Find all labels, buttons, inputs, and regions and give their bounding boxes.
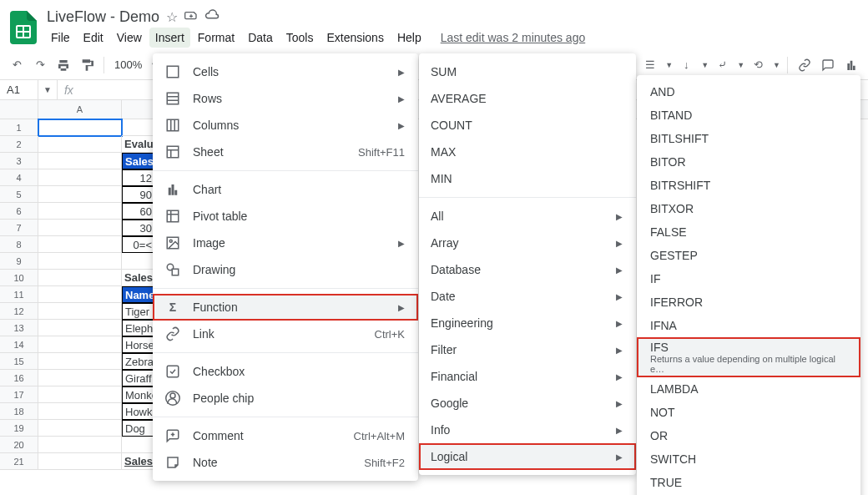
comment-icon[interactable] bbox=[818, 55, 838, 75]
cell[interactable]: Howk bbox=[122, 403, 155, 420]
func-logical[interactable]: Logical▶ bbox=[419, 443, 636, 470]
func-sum[interactable]: SUM bbox=[419, 58, 636, 85]
cell[interactable] bbox=[38, 353, 122, 370]
row-header[interactable]: 12 bbox=[0, 303, 38, 320]
star-icon[interactable]: ☆ bbox=[166, 9, 178, 25]
row-header[interactable]: 10 bbox=[0, 270, 38, 286]
undo-icon[interactable]: ↶ bbox=[7, 55, 27, 75]
cell[interactable] bbox=[122, 253, 155, 270]
logical-or[interactable]: OR bbox=[637, 424, 860, 447]
cell[interactable] bbox=[38, 320, 122, 336]
cell[interactable]: 12 bbox=[122, 169, 155, 186]
func-database[interactable]: Database▶ bbox=[419, 256, 636, 283]
menu-help[interactable]: Help bbox=[391, 28, 427, 48]
cloud-status-icon[interactable] bbox=[204, 9, 220, 24]
cell[interactable] bbox=[38, 119, 122, 136]
paint-format-icon[interactable] bbox=[77, 55, 97, 75]
v-align-icon[interactable]: ↓ bbox=[676, 55, 696, 75]
column-header-b[interactable] bbox=[122, 100, 155, 119]
logical-false[interactable]: FALSE bbox=[637, 220, 860, 244]
cell[interactable]: Monke bbox=[122, 386, 155, 403]
rotate-icon[interactable]: ⟲ bbox=[748, 55, 768, 75]
menu-extensions[interactable]: Extensions bbox=[320, 28, 389, 48]
cell[interactable] bbox=[38, 186, 122, 203]
func-array[interactable]: Array▶ bbox=[419, 230, 636, 256]
cell[interactable]: 90 bbox=[122, 186, 155, 203]
insert-function[interactable]: ΣFunction▶ bbox=[153, 294, 418, 321]
func-financial[interactable]: Financial▶ bbox=[419, 363, 636, 390]
cell[interactable] bbox=[38, 403, 122, 420]
logical-bitor[interactable]: BITOR bbox=[637, 150, 860, 174]
cell[interactable] bbox=[38, 386, 122, 403]
link-icon[interactable] bbox=[795, 55, 815, 75]
logical-bitand[interactable]: BITAND bbox=[637, 104, 860, 127]
row-header[interactable]: 18 bbox=[0, 403, 38, 420]
logical-bitxor[interactable]: BITXOR bbox=[637, 197, 860, 220]
logical-switch[interactable]: SWITCH bbox=[637, 447, 860, 471]
row-header[interactable]: 19 bbox=[0, 420, 38, 437]
insert-people-chip[interactable]: People chip bbox=[153, 385, 418, 412]
print-icon[interactable] bbox=[53, 55, 73, 75]
logical-true[interactable]: TRUE bbox=[637, 471, 860, 494]
cell[interactable] bbox=[38, 370, 122, 386]
logical-bitrshift[interactable]: BITRSHIFT bbox=[637, 174, 860, 197]
cell[interactable]: Dog bbox=[122, 420, 155, 437]
cell[interactable]: Sales bbox=[122, 270, 155, 286]
cell[interactable]: Giraff bbox=[122, 370, 155, 386]
logical-not[interactable]: NOT bbox=[637, 401, 860, 424]
insert-link[interactable]: LinkCtrl+K bbox=[153, 321, 418, 347]
cell[interactable] bbox=[38, 253, 122, 270]
cell[interactable] bbox=[38, 270, 122, 286]
func-google[interactable]: Google▶ bbox=[419, 390, 636, 417]
cell[interactable]: Sales bbox=[122, 153, 155, 169]
row-header[interactable]: 11 bbox=[0, 286, 38, 303]
func-info[interactable]: Info▶ bbox=[419, 417, 636, 443]
func-date[interactable]: Date▶ bbox=[419, 283, 636, 310]
func-filter[interactable]: Filter▶ bbox=[419, 336, 636, 363]
chart-toolbar-icon[interactable] bbox=[841, 55, 861, 75]
row-header[interactable]: 8 bbox=[0, 236, 38, 253]
insert-image[interactable]: Image▶ bbox=[153, 230, 418, 256]
cell[interactable] bbox=[38, 420, 122, 437]
insert-chart[interactable]: Chart bbox=[153, 176, 418, 203]
func-average[interactable]: AVERAGE bbox=[419, 85, 636, 112]
cell[interactable] bbox=[38, 336, 122, 353]
last-edit-link[interactable]: Last edit was 2 minutes ago bbox=[441, 31, 586, 44]
cell[interactable] bbox=[122, 119, 155, 136]
row-header[interactable]: 21 bbox=[0, 453, 38, 470]
name-box[interactable]: A1 bbox=[0, 80, 38, 99]
chevron-down-icon[interactable]: ▼ bbox=[38, 80, 58, 99]
move-icon[interactable] bbox=[184, 8, 198, 25]
insert-rows[interactable]: Rows▶ bbox=[153, 85, 418, 112]
func-max[interactable]: MAX bbox=[419, 139, 636, 165]
insert-pivot[interactable]: Pivot table bbox=[153, 203, 418, 230]
logical-bitlshift[interactable]: BITLSHIFT bbox=[637, 127, 860, 150]
row-header[interactable]: 16 bbox=[0, 370, 38, 386]
cell[interactable]: 0=< bbox=[122, 236, 155, 253]
menu-data[interactable]: Data bbox=[242, 28, 279, 48]
menu-edit[interactable]: Edit bbox=[78, 28, 109, 48]
func-min[interactable]: MIN bbox=[419, 165, 636, 192]
cell[interactable]: Horse bbox=[122, 336, 155, 353]
row-header[interactable]: 2 bbox=[0, 136, 38, 153]
insert-cells[interactable]: Cells▶ bbox=[153, 58, 418, 85]
wrap-icon[interactable]: ⤶ bbox=[712, 55, 732, 75]
menu-format[interactable]: Format bbox=[192, 28, 240, 48]
func-engineering[interactable]: Engineering▶ bbox=[419, 310, 636, 336]
insert-columns[interactable]: Columns▶ bbox=[153, 112, 418, 139]
menu-view[interactable]: View bbox=[111, 28, 148, 48]
cell[interactable]: 30 bbox=[122, 220, 155, 236]
row-header[interactable]: 6 bbox=[0, 203, 38, 220]
doc-title[interactable]: LiveFlow - Demo bbox=[47, 8, 159, 26]
cell[interactable]: Tiger bbox=[122, 303, 155, 320]
row-header[interactable]: 3 bbox=[0, 153, 38, 169]
zoom-select[interactable]: 100% bbox=[111, 58, 145, 71]
cell[interactable]: Zebra bbox=[122, 353, 155, 370]
cell[interactable]: Sales bbox=[122, 453, 155, 470]
func-count[interactable]: COUNT bbox=[419, 112, 636, 139]
cell[interactable] bbox=[38, 236, 122, 253]
insert-drawing[interactable]: Drawing bbox=[153, 256, 418, 283]
cell[interactable] bbox=[38, 203, 122, 220]
insert-comment[interactable]: CommentCtrl+Alt+M bbox=[153, 422, 418, 449]
row-header[interactable]: 9 bbox=[0, 253, 38, 270]
